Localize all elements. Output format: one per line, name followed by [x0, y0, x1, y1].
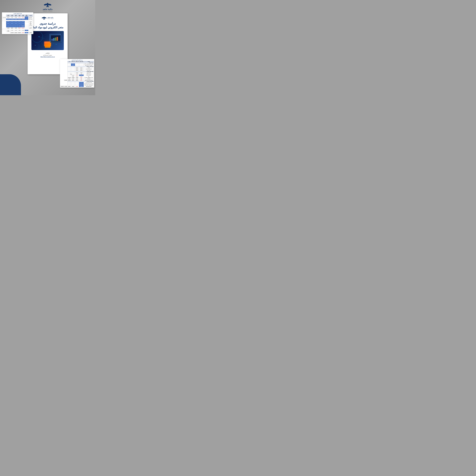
- cell-value: -27,220: [10, 17, 14, 19]
- cell-value: [71, 68, 75, 70]
- logo-arabic-text: مكتبة تعاهد: [43, 8, 52, 11]
- table-row: مجموع التدفقات النقدية للسنة 4,065,325: [61, 85, 94, 86]
- cell-value: 360,000: [10, 22, 14, 25]
- cell-value: -15,735: [79, 80, 84, 81]
- cell-value: 1,073,865: [10, 19, 14, 20]
- section-header: تكاليف التشغيل والإعلانات: [68, 71, 94, 72]
- cell-value: -544,000: [6, 21, 10, 22]
- col-header: السنوات: [84, 61, 94, 62]
- table-row: التغير في رأس المال العامل 88,000: [61, 65, 94, 66]
- cell-label: مصروف الإعلانات: [84, 73, 94, 75]
- cell-value: 0: [79, 75, 84, 76]
- cell-value: 2,400: [18, 30, 21, 31]
- spacer: [2, 20, 33, 21]
- cell-value: 180,000: [14, 22, 18, 25]
- table-row: زكاة كسور14 465 3,535: [61, 76, 94, 77]
- cell-value: 0: [14, 26, 18, 27]
- table-row: صافي ربح التشغيل بعد الضريبة -18,135 137…: [61, 77, 94, 78]
- cell-value: 2,321,865: [6, 19, 10, 20]
- cell-label: الربح قبل الزكاة: [84, 75, 94, 76]
- table-row: تكاليف التشغيل 176,200 176,200: [61, 72, 94, 73]
- col-header-y4: السنة الرابعة: [10, 15, 14, 17]
- cell-value: 4,065,325: [79, 85, 84, 86]
- card-link[interactable]: https://library.taahod.com.sa: [30, 56, 66, 57]
- cell-value: 2,324,265: [64, 80, 68, 81]
- cell-value: 2,400: [75, 78, 79, 80]
- cell-value: 4,133,575: [10, 32, 14, 33]
- cell-label: العائد على نسبة رأس المال العامل: [84, 83, 94, 85]
- cell-value: [68, 83, 71, 85]
- foo-label: Foo: [70, 74, 72, 75]
- table-row: نفقات الاستثمار: [61, 62, 94, 64]
- cell-value: [75, 64, 79, 65]
- col-header: السنة الثانية: [71, 61, 75, 62]
- cell-value: 340,000: [79, 67, 84, 68]
- cell-value: 180,000: [79, 68, 84, 70]
- card-title-1: دراسة جدوى: [30, 22, 66, 26]
- logo-icon: [44, 2, 51, 8]
- cell-value: [75, 82, 79, 83]
- spacer: [2, 29, 33, 30]
- card-title-2: متجر الكتروني لبيع مواد البناء: [30, 26, 66, 29]
- col-header-y3: السنة الثالثة: [14, 15, 18, 17]
- cell-label: صافي التدفق النقدي التشغيلي: [84, 80, 94, 81]
- cell-value: -272,000: [10, 21, 14, 22]
- cell-value: 2,400: [75, 73, 79, 75]
- svg-rect-31: [50, 42, 61, 43]
- cell-value: -27,220: [21, 32, 25, 33]
- cell-value: [75, 83, 79, 85]
- col-header-label: السنوات: [28, 15, 33, 17]
- svg-rect-27: [51, 39, 53, 41]
- cell-value: [71, 70, 75, 71]
- cell-value: 2,400: [6, 30, 10, 31]
- cell-value: 2,400: [21, 30, 25, 31]
- cell-value: 2,400: [10, 30, 14, 31]
- cell-value: 2,400: [14, 30, 18, 31]
- table-row: 155,250 0 0 0 0: [2, 26, 33, 27]
- table-row: صافي التدفق النقدي التشغيلي -15,735 140,…: [61, 80, 94, 81]
- cell-value: 12,000: [6, 31, 10, 32]
- cell-value: 88,000: [21, 17, 25, 19]
- cell-value: -95,000: [18, 27, 21, 29]
- cell-value: 176,200: [75, 72, 79, 73]
- cell-value: [68, 67, 71, 68]
- cell-value: 140,265: [75, 80, 79, 81]
- cell-label: صافي ربح التشغيل بعد الضريبة: [84, 77, 94, 78]
- card-logo-english: Taahod Library: [47, 18, 54, 19]
- cell-label: النقدية في بداية العام: [28, 17, 33, 19]
- cell-label: الإجمالي: [28, 27, 33, 29]
- cell-value: [25, 26, 28, 27]
- cell-value: [68, 65, 71, 66]
- cell-value: -68,000: [18, 21, 21, 22]
- cell-label: تكلفة الضاعة البضاعة: [84, 68, 94, 70]
- cell-value: 176,200: [79, 72, 84, 73]
- cell-value: [79, 64, 84, 65]
- cell-value: 469,045: [18, 32, 21, 33]
- cell-value: 88,000: [25, 32, 28, 33]
- cell-value: [68, 75, 71, 76]
- cell-value: 100,000-: [79, 86, 84, 87]
- section-header: التدفق المالي من التشغيل: [68, 66, 94, 67]
- table-row: تكاليف التشغيل والإعلانات: [61, 71, 94, 72]
- cell-value: 0: [10, 25, 14, 26]
- table-row: المبيعات -68,000 -68,000 -136,000 -272,0…: [2, 21, 33, 22]
- cell-value: [68, 76, 71, 77]
- cell-value: [71, 67, 75, 68]
- cell-value: [68, 70, 71, 71]
- col-header: السنة الأولى: [75, 61, 79, 62]
- cell-value: 1,633,310: [14, 32, 18, 33]
- cell-value: 88,000: [10, 27, 14, 29]
- cell-label: صافي الأرباح: [28, 19, 33, 20]
- card-logo-text: مكتبة تعاهد Taahod Library: [47, 17, 54, 19]
- cell-value: [25, 25, 28, 26]
- cell-label: [28, 30, 33, 31]
- table-row: 0 2,400 2,400 2,400 2,400 2,400: [2, 30, 33, 31]
- table-row: النقدية في بداية العام 100,000 88,000 -1…: [2, 17, 33, 19]
- table-row: العائد على نسبة رأس المال العامل 4,065,3…: [61, 83, 94, 85]
- cell-value: 0: [10, 26, 14, 27]
- cell-value: [79, 65, 84, 66]
- cell-value: 452,265: [71, 80, 75, 81]
- svg-point-3: [47, 3, 48, 4]
- cell-value: 4,065,325: [79, 83, 84, 85]
- cell-value: [68, 85, 71, 86]
